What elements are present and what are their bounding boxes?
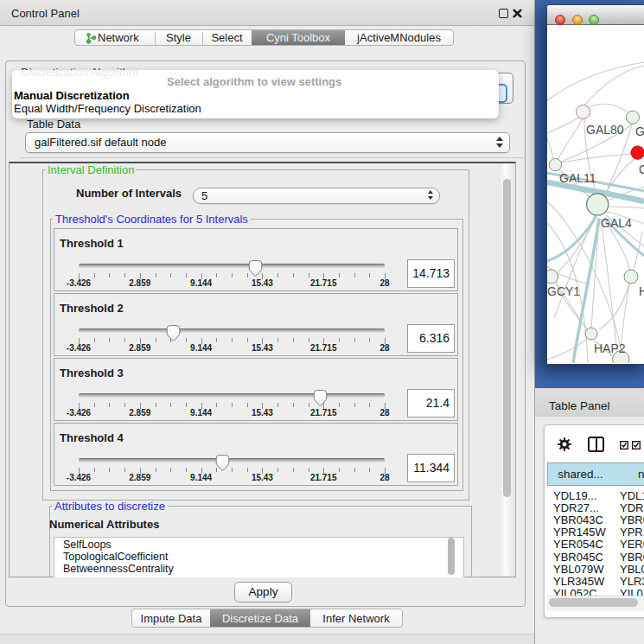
svg-text:GCY1: GCY1 [547, 284, 580, 298]
svg-text:GA: GA [635, 124, 644, 138]
svg-text:GAL4: GAL4 [601, 216, 632, 230]
svg-text:HAP2: HAP2 [594, 341, 626, 355]
svg-text:GAL11: GAL11 [559, 171, 596, 185]
svg-text:H: H [639, 284, 644, 298]
svg-text:C: C [639, 163, 644, 176]
svg-text:GAL80: GAL80 [586, 123, 624, 137]
